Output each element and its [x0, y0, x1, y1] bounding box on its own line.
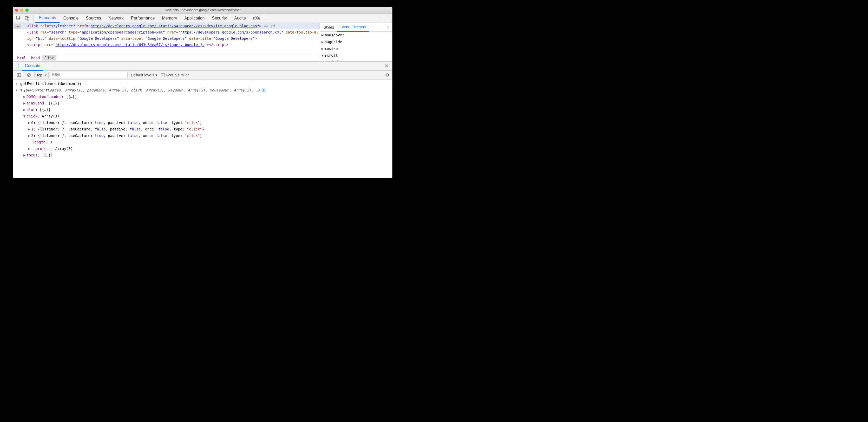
window-close-button[interactable] — [15, 8, 18, 12]
drawer-close-icon[interactable]: ✕ — [382, 63, 391, 69]
separator — [381, 15, 381, 21]
tab-performance[interactable]: Performance — [127, 13, 158, 23]
elements-pane: ⋯ <link rel="stylesheet" href="https://d… — [13, 23, 320, 61]
window-title: DevTools - developers.google.com/web/sho… — [13, 8, 393, 12]
window-traffic-lights — [15, 8, 29, 12]
devtools-window: DevTools - developers.google.com/web/sho… — [13, 7, 393, 178]
side-tab-event-listeners[interactable]: Event Listeners — [337, 23, 369, 32]
object-prop-click[interactable]: ▼click: Array(3) — [13, 113, 393, 120]
dom-node-selected[interactable]: <link rel="stylesheet" href="https://dev… — [13, 23, 320, 29]
array-item[interactable]: ▶2: {listener: ƒ, useCapture: true, pass… — [13, 132, 393, 139]
event-listener-mouseover[interactable]: ▶mouseover — [320, 32, 393, 38]
tab-sources[interactable]: Sources — [82, 13, 105, 23]
tab-axe[interactable]: aXe — [249, 13, 264, 23]
window-zoom-button[interactable] — [26, 8, 29, 12]
breadcrumb: html head link — [13, 54, 320, 61]
window-minimize-button[interactable] — [20, 8, 23, 12]
info-badge-icon[interactable]: i — [261, 88, 266, 93]
array-item[interactable]: ▶0: {listener: ƒ, useCapture: true, pass… — [13, 120, 393, 126]
tab-memory[interactable]: Memory — [158, 13, 181, 23]
window-titlebar: DevTools - developers.google.com/web/sho… — [13, 7, 393, 13]
console-toolbar: top Filter Default levels ▾ Group simila… — [13, 71, 393, 79]
drawer-menu-icon[interactable]: ⋮ — [14, 63, 22, 69]
console-output[interactable]: ▼{DOMContentLoaded: Array(1), pagehide: … — [20, 87, 393, 94]
console-output-row: ⟨ ▼{DOMContentLoaded: Array(1), pagehide… — [13, 87, 393, 94]
event-listener-pagehide[interactable]: ▶pagehide — [320, 38, 393, 45]
side-tabs-more-icon[interactable]: » — [385, 25, 392, 29]
dom-node[interactable]: <script src="https://developers.google.c… — [13, 41, 320, 48]
main-split: ⋯ <link rel="stylesheet" href="https://d… — [13, 23, 393, 61]
breadcrumb-head[interactable]: head — [29, 55, 42, 61]
device-toggle-icon[interactable] — [23, 13, 32, 23]
breadcrumb-link[interactable]: link — [42, 55, 56, 61]
svg-rect-2 — [27, 18, 29, 20]
event-listener-scroll[interactable]: ▼scroll — [320, 52, 393, 59]
clear-console-icon[interactable] — [24, 70, 33, 80]
object-prop[interactable]: ▶DOMContentLoaded: [{…}] — [13, 94, 393, 100]
checkbox-icon[interactable] — [161, 73, 165, 77]
console-input-row: › getEventListeners(document); — [13, 80, 393, 87]
group-similar-checkbox[interactable]: Group similar — [161, 73, 189, 77]
dom-tree[interactable]: ⋯ <link rel="stylesheet" href="https://d… — [13, 23, 320, 54]
tab-application[interactable]: Application — [181, 13, 208, 23]
tab-network[interactable]: Network — [105, 13, 127, 23]
object-prop[interactable]: ▶ajaxSend: [{…}] — [13, 100, 393, 106]
tab-elements[interactable]: Elements — [35, 13, 60, 23]
tab-audits[interactable]: Audits — [230, 13, 249, 23]
prompt-icon: › — [16, 80, 20, 87]
drawer-tab-console[interactable]: Console — [22, 61, 43, 71]
context-selector[interactable]: top — [34, 72, 49, 78]
tab-console[interactable]: Console — [60, 13, 82, 23]
array-proto[interactable]: ▶__proto__: Array(0) — [13, 145, 393, 152]
log-levels-selector[interactable]: Default levels ▾ — [131, 73, 157, 77]
output-icon: ⟨ — [16, 87, 20, 94]
breadcrumb-html[interactable]: html — [14, 55, 29, 61]
main-tabbar: Elements Console Sources Network Perform… — [13, 13, 393, 23]
side-tabbar: Styles Event Listeners » — [320, 23, 393, 32]
side-tab-styles[interactable]: Styles — [321, 23, 337, 32]
console-settings-icon[interactable]: ⚙ — [383, 72, 391, 78]
collapse-indicator[interactable]: ⋯ — [14, 25, 21, 29]
event-listener-resize[interactable]: ▶resize — [320, 45, 393, 52]
console-body[interactable]: › getEventListeners(document); ⟨ ▼{DOMCo… — [13, 79, 393, 178]
object-prop[interactable]: ▶focus: [{…}] — [13, 152, 393, 159]
console-input: getEventListeners(document); — [20, 80, 393, 87]
filter-input[interactable]: Filter — [50, 72, 128, 78]
tab-security[interactable]: Security — [208, 13, 230, 23]
side-pane: Styles Event Listeners » ▶mouseover ▶pag… — [320, 23, 393, 61]
kebab-menu-icon[interactable]: ⋮ — [382, 13, 392, 23]
execution-context-icon[interactable] — [14, 70, 23, 80]
drawer-header: ⋮ Console ✕ — [13, 61, 393, 71]
array-length[interactable]: length: 3 — [13, 139, 393, 145]
dom-node[interactable]: <link rel="search" type="application/ope… — [13, 29, 320, 41]
object-prop[interactable]: ▶blur: [{…}] — [13, 106, 393, 113]
event-listeners-list: ▶mouseover ▶pagehide ▶resize ▼scroll ▶Wi… — [320, 32, 393, 65]
inspect-icon[interactable] — [14, 13, 23, 23]
array-item[interactable]: ▶1: {listener: ƒ, useCapture: false, pas… — [13, 126, 393, 132]
svg-line-5 — [28, 74, 30, 76]
